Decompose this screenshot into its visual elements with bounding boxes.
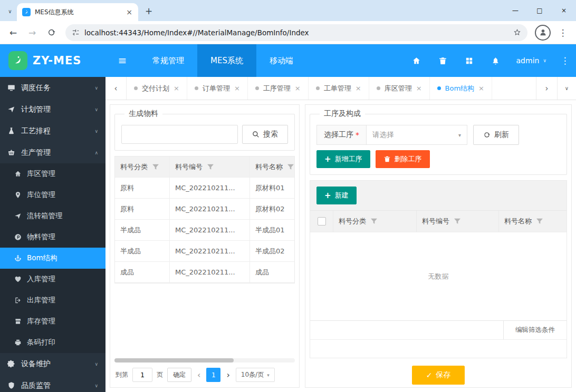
- sidebar-item-barcode-print[interactable]: 条码打印: [0, 332, 105, 353]
- trash-icon[interactable]: [430, 44, 456, 77]
- reload-icon[interactable]: [42, 24, 60, 42]
- sidebar-item-warehouse-location[interactable]: 库位管理: [0, 184, 105, 205]
- delete-process-button[interactable]: 删除工序: [376, 150, 430, 168]
- tab-order-manage[interactable]: 订单管理 ×: [187, 77, 248, 100]
- filter-funnel-icon[interactable]: [286, 163, 294, 171]
- material-row[interactable]: 成品 MC_202210211... 成品: [115, 262, 294, 283]
- tab-process-manage[interactable]: 工序管理 ×: [248, 77, 309, 100]
- prev-page-icon[interactable]: ‹: [196, 370, 202, 380]
- bookmark-star-icon[interactable]: [513, 28, 521, 36]
- fullscreen-grid-icon[interactable]: [456, 44, 483, 77]
- sidebar-group-process-schedule[interactable]: 工艺排程 ∨: [0, 120, 105, 142]
- sidebar-group-dispatch-tasks[interactable]: 调度任务 ∨: [0, 77, 105, 99]
- header-more-icon[interactable]: ⋮: [554, 44, 576, 77]
- app-logo: ZY-MES: [0, 44, 105, 77]
- sidebar-item-outbound-manage[interactable]: 出库管理: [0, 290, 105, 311]
- page-unit-label: 页: [157, 370, 163, 379]
- nav-item-regular-manage[interactable]: 常规管理: [139, 44, 197, 77]
- page-tabbar: ‹ 交付计划 × 订单管理 × 工序管理 ×: [105, 77, 576, 100]
- goto-page-input[interactable]: [132, 368, 152, 382]
- tab-close-icon[interactable]: ×: [356, 84, 361, 92]
- filter-funnel-icon[interactable]: [151, 163, 160, 171]
- sidebar-item-warehouse-area[interactable]: 库区管理: [0, 163, 105, 184]
- material-row[interactable]: 原料 MC_202210211... 原材料02: [115, 199, 294, 220]
- tab-close-icon[interactable]: ×: [234, 84, 240, 92]
- material-row[interactable]: 半成品 MC_202210211... 半成品02: [115, 241, 294, 262]
- sidebar-item-transfer-box[interactable]: 流转箱管理: [0, 205, 105, 227]
- sidebar-collapse-icon[interactable]: ≡: [105, 44, 139, 77]
- sidebar-item-bom-structure[interactable]: Bom结构: [0, 248, 105, 269]
- tabs-menu-chevron-icon[interactable]: ∨: [557, 77, 576, 100]
- material-search-input[interactable]: [121, 125, 238, 144]
- home-icon[interactable]: [404, 44, 430, 77]
- back-icon[interactable]: ←: [4, 24, 22, 42]
- p-circle-icon: [14, 233, 22, 241]
- browser-menu-icon[interactable]: ⋮: [554, 24, 572, 42]
- add-process-button[interactable]: + 新增工序: [316, 150, 370, 168]
- tabs-scroll-left-icon[interactable]: ‹: [105, 77, 127, 100]
- sidebar-group-plan-manage[interactable]: 计划管理 ∨: [0, 99, 105, 120]
- top-nav: 常规管理 MES系统 移动端: [139, 44, 306, 77]
- material-panel: 生成物料 搜索 料号分类 料号编号: [110, 104, 300, 388]
- nav-item-mobile[interactable]: 移动端: [256, 44, 306, 77]
- profile-avatar-icon[interactable]: [535, 25, 551, 41]
- process-fieldset: 工序及构成 选择工序 * 请选择 ▾: [310, 109, 567, 175]
- next-page-icon[interactable]: ›: [225, 370, 231, 380]
- bom-table-filter-row: 编辑筛选条件: [310, 320, 567, 339]
- page-size-select[interactable]: 10条/页 ▾: [236, 368, 275, 382]
- scrollbar-thumb[interactable]: [114, 358, 234, 362]
- sidebar-group-production-manage[interactable]: 生产管理 ∧: [0, 142, 105, 163]
- tabs-scroll-right-icon[interactable]: ›: [536, 77, 557, 100]
- sidebar-group-equipment-maintenance[interactable]: 设备维护 ∨: [0, 353, 105, 375]
- production-submenu: 库区管理 库位管理 流转箱管理 物料管理 Bom结构: [0, 163, 105, 353]
- filter-funnel-icon[interactable]: [370, 217, 378, 226]
- tab-workorder-manage[interactable]: 工单管理 ×: [309, 77, 369, 100]
- goto-confirm-button[interactable]: 确定: [167, 368, 191, 382]
- tab-close-icon[interactable]: ×: [478, 84, 484, 92]
- tab-delivery-plan[interactable]: 交付计划 ×: [127, 77, 187, 100]
- material-row[interactable]: 原料 MC_202210211... 原材料01: [115, 178, 294, 199]
- bom-table: + 新建 料号分类 料号编号 料号名称 无数据: [310, 180, 567, 358]
- tab-close-icon[interactable]: ×: [174, 84, 179, 92]
- tab-search-chevron-icon[interactable]: ∨: [3, 4, 17, 18]
- tab-close-icon[interactable]: ×: [124, 7, 134, 17]
- forward-icon[interactable]: →: [23, 24, 41, 42]
- browser-tabstrip: ∨ MES信息系统 × + — □ ×: [0, 0, 576, 21]
- sidebar-item-inventory-manage[interactable]: 库存管理: [0, 311, 105, 332]
- window-close-button[interactable]: ×: [552, 0, 576, 21]
- filter-funnel-icon[interactable]: [206, 163, 215, 171]
- edit-filter-button[interactable]: 编辑筛选条件: [503, 321, 567, 339]
- nav-item-mes-system[interactable]: MES系统: [197, 44, 256, 77]
- browser-tab[interactable]: MES信息系统 ×: [17, 3, 138, 21]
- filter-funnel-icon[interactable]: [453, 217, 462, 226]
- site-info-icon[interactable]: [72, 28, 80, 36]
- new-tab-button[interactable]: +: [141, 4, 156, 18]
- create-button[interactable]: + 新建: [316, 187, 357, 204]
- user-menu[interactable]: admin ∨: [509, 56, 554, 65]
- url-text[interactable]: localhost:44343/Home/Index#//MaterialMan…: [84, 28, 508, 37]
- process-select[interactable]: 请选择 ▾: [366, 125, 467, 145]
- tab-bom-structure[interactable]: Bom结构 ×: [430, 77, 492, 100]
- save-button[interactable]: ✓ 保存: [412, 366, 465, 385]
- tab-close-icon[interactable]: ×: [416, 84, 422, 92]
- chevron-down-icon: ∨: [94, 129, 98, 134]
- minimize-button[interactable]: —: [503, 0, 527, 21]
- bom-table-footer: [310, 339, 567, 358]
- paper-plane-icon: [14, 212, 22, 220]
- material-row[interactable]: 半成品 MC_202210211... 半成品01: [115, 220, 294, 241]
- select-all-checkbox[interactable]: [318, 217, 326, 226]
- filter-funnel-icon[interactable]: [535, 217, 544, 226]
- notification-bell-icon[interactable]: [483, 44, 509, 77]
- sidebar-item-inbound-manage[interactable]: 入库管理: [0, 269, 105, 290]
- sidebar-item-material-manage[interactable]: 物料管理: [0, 227, 105, 248]
- tab-warehouse-area[interactable]: 库区管理 ×: [369, 77, 430, 100]
- tab-close-icon[interactable]: ×: [295, 84, 301, 92]
- refresh-button[interactable]: 刷新: [473, 125, 519, 145]
- horizontal-scrollbar[interactable]: [114, 358, 295, 362]
- store-basket-icon: [14, 318, 22, 325]
- current-page-button[interactable]: 1: [206, 368, 220, 382]
- search-button[interactable]: 搜索: [242, 125, 288, 144]
- maximize-button[interactable]: □: [527, 0, 552, 21]
- address-bar[interactable]: localhost:44343/Home/Index#//MaterialMan…: [65, 24, 527, 41]
- sidebar-group-quality-supervision[interactable]: 品质监管 ∨: [0, 375, 105, 392]
